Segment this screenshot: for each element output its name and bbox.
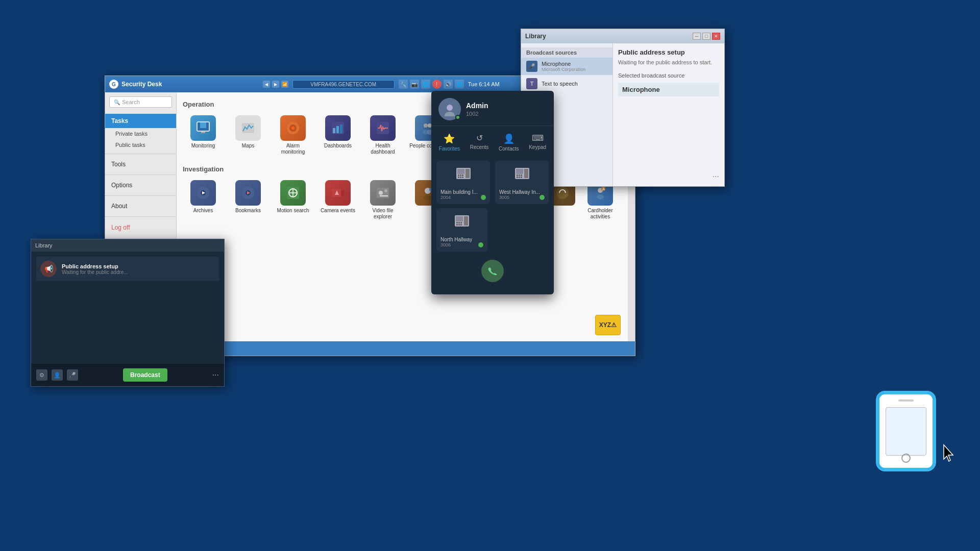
task-video-explorer[interactable]: Video file explorer bbox=[362, 178, 403, 222]
phone-status-3 bbox=[478, 242, 483, 247]
lib-close[interactable]: ✕ bbox=[712, 33, 720, 40]
divider-4 bbox=[105, 216, 176, 217]
lib-top-controls: ─ □ ✕ bbox=[693, 33, 720, 40]
nav-icon-1[interactable]: ◀ bbox=[263, 81, 270, 88]
tray-icon-3[interactable]: 🌐 bbox=[421, 80, 430, 89]
microphone-company: Microsoft Corporation bbox=[542, 67, 585, 72]
task-motion-search[interactable]: Motion search bbox=[273, 178, 313, 222]
network-icon[interactable]: 🌐 bbox=[455, 80, 464, 89]
microphone-icon: 🎤 bbox=[526, 61, 537, 72]
svg-text:A: A bbox=[602, 187, 605, 191]
maps-icon bbox=[235, 115, 261, 141]
task-dashboards[interactable]: Dashboards bbox=[317, 113, 358, 157]
tray-icon-2[interactable]: 📷 bbox=[410, 80, 419, 89]
keypad-tab-icon: ⌨ bbox=[532, 133, 544, 143]
mic-icon[interactable]: 🎤 bbox=[67, 369, 78, 381]
clock: Tue 6:14 AM bbox=[468, 81, 500, 87]
alarm-icon bbox=[280, 115, 306, 141]
mobile-home-button[interactable] bbox=[901, 454, 911, 463]
sidebar-item-options[interactable]: Options bbox=[105, 178, 176, 192]
lib-minimize[interactable]: ─ bbox=[693, 33, 701, 40]
microphone-text: Microphone Microsoft Corporation bbox=[542, 61, 585, 72]
svg-point-38 bbox=[384, 189, 387, 192]
broadcast-button[interactable]: Broadcast bbox=[123, 368, 167, 382]
sidebar-item-about[interactable]: About bbox=[105, 199, 176, 213]
more-options-dots[interactable]: ··· bbox=[212, 370, 219, 380]
svg-rect-77 bbox=[524, 169, 528, 178]
phone-main-building[interactable]: Main building I... 2004 bbox=[436, 161, 490, 204]
monitoring-icon bbox=[190, 115, 216, 141]
phone-west-hallway[interactable]: West Hallway In... 3005 bbox=[495, 161, 549, 204]
lib-titlebar-main: Library bbox=[31, 239, 224, 252]
sidebar-item-tools[interactable]: Tools bbox=[105, 157, 176, 171]
tab-keypad[interactable]: ⌨ Keypad bbox=[525, 130, 550, 155]
lib-item-tts[interactable]: T Text to speech bbox=[521, 75, 612, 92]
phone-status-1 bbox=[481, 195, 486, 200]
broadcast-sources-header: Broadcast sources bbox=[521, 47, 612, 58]
mobile-frame bbox=[878, 393, 934, 469]
phone-ext-3: 3006 bbox=[440, 242, 483, 247]
lib-item-sub: Waiting for the public addre... bbox=[62, 269, 215, 275]
lib-item-public-address[interactable]: 📢 Public address setup Waiting for the p… bbox=[36, 257, 219, 281]
url-bar[interactable]: VMFRA496.GENETEC.COM bbox=[292, 80, 395, 89]
cursor bbox=[942, 444, 957, 465]
svg-point-58 bbox=[447, 105, 453, 111]
tray-icon-1[interactable]: 🔧 bbox=[399, 80, 408, 89]
settings-icon[interactable]: ⚙ bbox=[36, 369, 47, 381]
search-placeholder: Search bbox=[122, 99, 140, 105]
task-alarm-monitoring[interactable]: Alarm monitoring bbox=[273, 113, 313, 157]
monitoring-label: Monitoring bbox=[191, 143, 215, 149]
logoff-button[interactable]: Log off bbox=[105, 220, 176, 235]
signal-icon: 📶 bbox=[281, 81, 288, 88]
sidebar-item-tasks[interactable]: Tasks bbox=[105, 114, 176, 128]
dashboards-icon bbox=[325, 115, 351, 141]
selected-source-value: Microphone bbox=[618, 83, 719, 96]
divider-3 bbox=[105, 195, 176, 196]
svg-rect-74 bbox=[517, 177, 518, 178]
divider-1 bbox=[105, 154, 176, 154]
call-button-wrap bbox=[431, 256, 554, 286]
svg-marker-34 bbox=[341, 189, 344, 196]
svg-rect-10 bbox=[340, 124, 342, 133]
archives-label: Archives bbox=[193, 208, 213, 214]
app-title: Security Desk bbox=[121, 81, 162, 88]
recents-tab-label: Recents bbox=[470, 144, 489, 150]
volume-icon[interactable]: 🔊 bbox=[444, 80, 453, 89]
sidebar-item-public-tasks[interactable]: Public tasks bbox=[105, 139, 176, 151]
user-info: Admin 1002 bbox=[466, 102, 488, 117]
search-box[interactable]: 🔍 Search bbox=[109, 96, 172, 108]
lib-footer-icons: ⚙ 👤 🎤 bbox=[36, 369, 78, 381]
task-maps[interactable]: Maps bbox=[228, 113, 268, 157]
tab-recents[interactable]: ↺ Recents bbox=[466, 130, 493, 155]
mobile-screen bbox=[886, 407, 926, 456]
phone-name-2: West Hallway In... bbox=[499, 189, 545, 195]
search-icon: 🔍 bbox=[114, 99, 120, 105]
svg-rect-81 bbox=[458, 222, 460, 223]
svg-point-55 bbox=[597, 194, 604, 199]
svg-rect-86 bbox=[464, 216, 468, 226]
task-archives[interactable]: Archives bbox=[183, 178, 224, 222]
tab-favorites[interactable]: ⭐ Favorites bbox=[435, 130, 464, 155]
svg-rect-63 bbox=[460, 174, 461, 176]
microphone-name: Microphone bbox=[542, 61, 585, 67]
user-avatar bbox=[438, 98, 461, 120]
phone-north-hallway[interactable]: North Hallway 3006 bbox=[436, 208, 487, 252]
nav-icon-2[interactable]: ▶ bbox=[272, 81, 279, 88]
titlebar-left-icons: ◀ ▶ 📶 bbox=[263, 81, 288, 88]
tts-icon: T bbox=[526, 78, 537, 89]
lib-item-microphone[interactable]: 🎤 Microphone Microsoft Corporation bbox=[521, 58, 612, 75]
sidebar-item-private-tasks[interactable]: Private tasks bbox=[105, 128, 176, 139]
task-camera-events[interactable]: Camera events bbox=[317, 178, 358, 222]
xyz-badge: XYZ⚠ bbox=[595, 315, 621, 335]
lib-top-titlebar: Library ─ □ ✕ bbox=[521, 29, 724, 43]
tab-contacts[interactable]: 👤 Contacts bbox=[495, 130, 523, 155]
user-icon[interactable]: 👤 bbox=[52, 369, 63, 381]
lib-maximize[interactable]: □ bbox=[702, 33, 710, 40]
lib-more-options[interactable]: ··· bbox=[713, 172, 719, 181]
call-button[interactable] bbox=[481, 260, 504, 282]
svg-rect-8 bbox=[333, 128, 335, 133]
task-health-dashboard[interactable]: Health dashboard bbox=[362, 113, 403, 157]
svg-rect-66 bbox=[460, 177, 461, 178]
task-bookmarks[interactable]: Bookmarks bbox=[228, 178, 268, 222]
task-monitoring[interactable]: Monitoring bbox=[183, 113, 224, 157]
